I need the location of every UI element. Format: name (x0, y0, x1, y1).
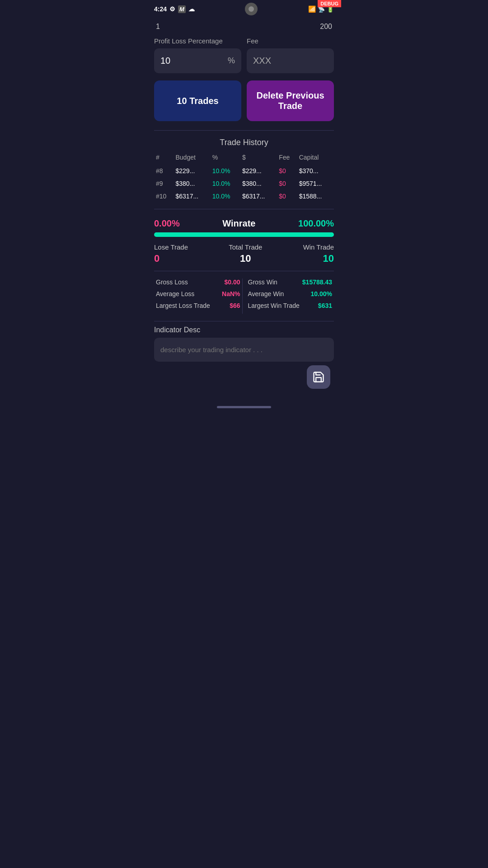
cell-fee: $0 (277, 177, 297, 190)
cell-num: #10 (154, 190, 174, 203)
lose-trade-value: 0 (154, 253, 188, 264)
win-trade-stat: Win Trade 10 (303, 243, 334, 264)
stats-left-col: Gross Loss $0.00 Average Loss NaN% Large… (154, 278, 242, 314)
divider-2 (154, 209, 334, 209)
col-header-num: # (154, 152, 174, 165)
largest-win-row: Largest Win Trade $631 (248, 302, 333, 309)
save-icon (312, 371, 325, 383)
gross-win-value: $15788.43 (302, 278, 332, 286)
divider-3 (154, 271, 334, 271)
average-loss-value: NaN% (222, 290, 240, 297)
save-button[interactable] (307, 365, 330, 389)
average-win-value: 10.00% (311, 290, 332, 297)
cell-num: #8 (154, 165, 174, 177)
cell-dollar: $380... (240, 177, 277, 190)
main-content: 1 200 Profit Loss Percentage 10 % Fee XX… (147, 18, 341, 398)
winrate-win-pct: 100.00% (298, 218, 334, 229)
gross-loss-row: Gross Loss $0.00 (156, 278, 240, 286)
debug-badge: DEBUG (318, 0, 341, 7)
largest-loss-value: $66 (230, 302, 240, 309)
cell-pct: 10.0% (211, 165, 240, 177)
cell-capital: $370... (297, 165, 334, 177)
cloud-icon (188, 5, 195, 13)
gross-loss-label: Gross Loss (156, 278, 188, 286)
cell-budget: $380... (174, 177, 210, 190)
win-bar (154, 232, 334, 237)
winrate-progress-bar (154, 232, 334, 237)
col-header-fee: Fee (277, 152, 297, 165)
bottom-pill (217, 406, 271, 408)
cell-pct: 10.0% (211, 190, 240, 203)
action-buttons-row: 10 Trades Delete Previous Trade (154, 80, 334, 121)
winrate-section: 0.00% Winrate 100.00% (154, 218, 334, 237)
stats-right-col: Gross Win $15788.43 Average Win 10.00% L… (242, 278, 334, 314)
fee-placeholder: XXX (253, 56, 271, 66)
lose-trade-stat: Lose Trade 0 (154, 243, 188, 264)
divider-1 (154, 130, 334, 131)
delete-previous-trade-button[interactable]: Delete Previous Trade (247, 80, 334, 121)
total-trade-label: Total Trade (229, 243, 262, 251)
cell-budget: $229... (174, 165, 210, 177)
indicator-label: Indicator Desc (154, 326, 334, 334)
table-row: #9 $380... 10.0% $380... $0 $9571... (154, 177, 334, 190)
col-header-pct: % (211, 152, 240, 165)
fee-field[interactable]: XXX (247, 48, 334, 73)
win-trade-value: 10 (303, 253, 334, 264)
col-header-capital: Capital (297, 152, 334, 165)
status-bar: 4:24 📶 📡 🔋 (147, 0, 341, 18)
average-win-label: Average Win (248, 290, 284, 297)
divider-4 (154, 321, 334, 321)
largest-win-label: Largest Win Trade (248, 302, 300, 309)
mail-icon (178, 5, 186, 13)
percent-sign: % (228, 56, 235, 66)
input-fields-row: Profit Loss Percentage 10 % Fee XXX (154, 35, 334, 73)
wifi-icon: 📶 (308, 5, 316, 13)
total-trade-stat: Total Trade 10 (229, 243, 262, 264)
table-row: #8 $229... 10.0% $229... $0 $370... (154, 165, 334, 177)
largest-loss-row: Largest Loss Trade $66 (156, 302, 240, 309)
table-row: #10 $6317... 10.0% $6317... $0 $1588... (154, 190, 334, 203)
trades-button[interactable]: 10 Trades (154, 80, 241, 121)
cell-num: #9 (154, 177, 174, 190)
cell-pct: 10.0% (211, 177, 240, 190)
top-right-value: 200 (320, 23, 332, 31)
home-indicator-top (245, 3, 258, 15)
cell-fee: $0 (277, 165, 297, 177)
profit-loss-group: Profit Loss Percentage 10 % (154, 35, 241, 73)
profit-loss-value: 10 (160, 56, 170, 66)
table-header-row: # Budget % $ Fee Capital (154, 152, 334, 165)
col-header-dollar: $ (240, 152, 277, 165)
gear-icon (169, 5, 175, 13)
profit-loss-field[interactable]: 10 % (154, 48, 241, 73)
profit-loss-label: Profit Loss Percentage (154, 37, 241, 45)
fee-group: Fee XXX (247, 35, 334, 73)
indicator-input[interactable] (154, 338, 334, 362)
fee-label: Fee (247, 37, 334, 45)
gross-win-label: Gross Win (248, 278, 277, 286)
indicator-input-wrapper (154, 338, 334, 362)
gross-loss-value: $0.00 (224, 278, 240, 286)
bottom-nav (147, 398, 341, 416)
average-win-row: Average Win 10.00% (248, 290, 333, 297)
winrate-label: Winrate (180, 218, 298, 229)
cell-fee: $0 (277, 190, 297, 203)
trade-counts-row: Lose Trade 0 Total Trade 10 Win Trade 10 (154, 243, 334, 264)
trade-history-title: Trade History (154, 138, 334, 147)
win-trade-label: Win Trade (303, 243, 334, 251)
cell-capital: $1588... (297, 190, 334, 203)
total-trade-value: 10 (229, 253, 262, 264)
cell-dollar: $6317... (240, 190, 277, 203)
col-header-budget: Budget (174, 152, 210, 165)
cell-capital: $9571... (297, 177, 334, 190)
average-loss-row: Average Loss NaN% (156, 290, 240, 297)
cell-budget: $6317... (174, 190, 210, 203)
winrate-lose-pct: 0.00% (154, 218, 180, 229)
lose-trade-label: Lose Trade (154, 243, 188, 251)
largest-win-value: $631 (318, 302, 332, 309)
winrate-row: 0.00% Winrate 100.00% (154, 218, 334, 229)
top-left-value: 1 (156, 23, 160, 31)
time-display: 4:24 (154, 5, 167, 13)
status-left: 4:24 (154, 5, 195, 13)
top-row: 1 200 (154, 18, 334, 35)
trade-history-table: # Budget % $ Fee Capital #8 $229... 10.0… (154, 152, 334, 203)
